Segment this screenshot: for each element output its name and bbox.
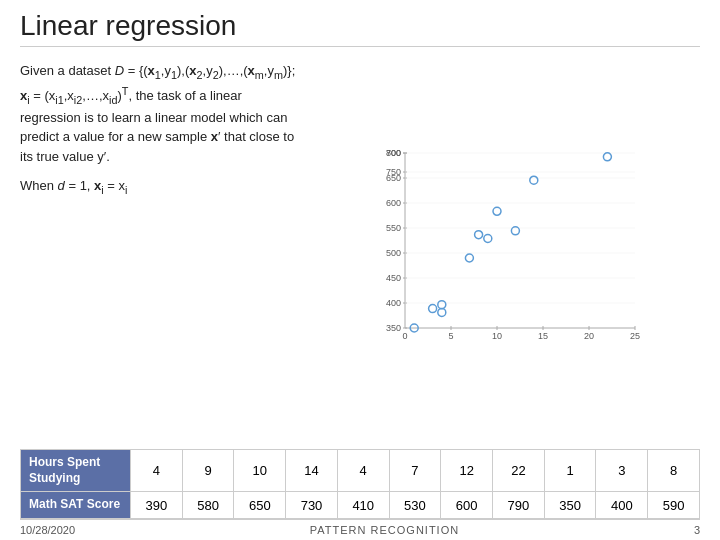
content-area: Given a dataset D = {(x1,y1),(x2,y2),…,(… [20, 53, 700, 445]
svg-text:550: 550 [386, 223, 401, 233]
svg-text:0: 0 [402, 331, 407, 341]
hours-val-1: 4 [131, 450, 183, 492]
sat-val-7: 600 [441, 492, 493, 519]
hours-val-7: 12 [441, 450, 493, 492]
svg-text:20: 20 [584, 331, 594, 341]
svg-text:350: 350 [386, 323, 401, 333]
left-text: Given a dataset D = {(x1,y1),(x2,y2),…,(… [20, 53, 310, 445]
data-point [484, 235, 492, 243]
sat-header: Math SAT Score [21, 492, 131, 519]
sat-val-5: 410 [337, 492, 389, 519]
sat-val-1: 390 [131, 492, 183, 519]
svg-text:500: 500 [386, 248, 401, 258]
footer: 10/28/2020 PATTERN RECOGNITION 3 [20, 519, 700, 540]
data-point [465, 254, 473, 262]
data-point [603, 153, 611, 161]
footer-date: 10/28/2020 [20, 524, 75, 536]
hours-val-2: 9 [182, 450, 234, 492]
sat-val-4: 730 [286, 492, 338, 519]
data-point [530, 176, 538, 184]
svg-text:400: 400 [386, 298, 401, 308]
data-point [493, 207, 501, 215]
page: Linear regression Given a dataset D = {(… [0, 0, 720, 540]
hours-header: Hours Spent Studying [21, 450, 131, 492]
sat-val-10: 400 [596, 492, 648, 519]
hours-val-8: 22 [493, 450, 545, 492]
data-point [438, 301, 446, 309]
sat-val-8: 790 [493, 492, 545, 519]
sat-row: Math SAT Score 390 580 650 730 410 530 6… [21, 492, 700, 519]
hours-val-3: 10 [234, 450, 286, 492]
hours-row: Hours Spent Studying 4 9 10 14 4 7 12 22… [21, 450, 700, 492]
description2: When d = 1, xi = xi [20, 176, 300, 198]
sat-val-6: 530 [389, 492, 441, 519]
svg-text:10: 10 [492, 331, 502, 341]
page-title: Linear regression [20, 10, 700, 47]
sat-val-9: 350 [544, 492, 596, 519]
hours-val-10: 3 [596, 450, 648, 492]
svg-text:25: 25 [630, 331, 640, 341]
hours-val-9: 1 [544, 450, 596, 492]
sat-val-11: 590 [648, 492, 700, 519]
svg-text:750: 750 [386, 167, 401, 177]
svg-text:5: 5 [448, 331, 453, 341]
svg-text:600: 600 [386, 198, 401, 208]
data-point [475, 231, 483, 239]
hours-val-5: 4 [337, 450, 389, 492]
data-table: Hours Spent Studying 4 9 10 14 4 7 12 22… [20, 449, 700, 519]
hours-val-6: 7 [389, 450, 441, 492]
description1: Given a dataset D = {(x1,y1),(x2,y2),…,(… [20, 61, 300, 166]
svg-text:800: 800 [386, 148, 401, 158]
footer-page: 3 [694, 524, 700, 536]
sat-val-3: 650 [234, 492, 286, 519]
hours-val-11: 8 [648, 450, 700, 492]
data-point [429, 305, 437, 313]
scatter-plot: 350 400 450 500 550 600 650 700 [365, 143, 645, 363]
footer-title: PATTERN RECOGNITION [310, 524, 459, 536]
right-chart: 350 400 450 500 550 600 650 700 [310, 53, 700, 445]
sat-val-2: 580 [182, 492, 234, 519]
svg-text:15: 15 [538, 331, 548, 341]
data-point [438, 309, 446, 317]
svg-text:450: 450 [386, 273, 401, 283]
hours-val-4: 14 [286, 450, 338, 492]
